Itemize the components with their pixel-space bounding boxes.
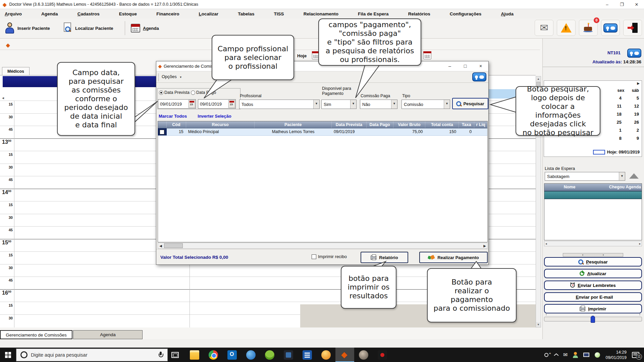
sidebar-action-button[interactable]: Imprimir xyxy=(544,304,642,313)
taskbar-app[interactable] xyxy=(204,348,223,362)
column-header[interactable]: Cód xyxy=(167,121,186,128)
calendar-next-arrow[interactable]: ▶ xyxy=(637,81,640,85)
taskbar-app[interactable] xyxy=(335,348,354,362)
radio-data-pago[interactable]: Data Pago xyxy=(191,90,216,95)
calendar-day[interactable]: 11 xyxy=(613,104,622,112)
date-picker-icon[interactable] xyxy=(228,100,235,108)
window-maximize-button[interactable]: ❐ xyxy=(614,0,629,9)
column-header[interactable]: Data Pago xyxy=(367,121,393,128)
menu-item[interactable]: Estoque xyxy=(119,11,137,16)
sidebar-action-button[interactable]: Atualizar xyxy=(544,269,642,278)
print-receipt-checkbox[interactable]: Imprimir recibo xyxy=(312,254,347,259)
commission-paid-select[interactable]: Não▼ xyxy=(360,100,397,109)
birthdays-button[interactable]: 0 xyxy=(579,20,598,36)
task-view-button[interactable] xyxy=(168,348,182,362)
window-close-button[interactable]: ✕ xyxy=(629,0,644,9)
calendar-day[interactable]: 18 xyxy=(613,112,622,120)
agenda-button[interactable]: Agenda xyxy=(128,20,162,36)
calendar-day[interactable]: 4 xyxy=(613,96,622,104)
start-button[interactable] xyxy=(0,348,16,362)
calendar-day[interactable]: 8 xyxy=(613,136,622,144)
taskbar-app[interactable] xyxy=(373,348,392,362)
sidebar-action-button[interactable]: Pesquisar xyxy=(544,257,642,266)
app-sphere-tray-icon[interactable] xyxy=(595,352,600,358)
calendar-day[interactable]: 5 xyxy=(630,96,639,104)
pay-button[interactable]: Realizar Pagamento xyxy=(420,252,487,263)
insert-patient-button[interactable]: Inserir Paciente xyxy=(2,20,53,36)
tab-gerenciamento-comissoes[interactable]: Gerenciamento de Comissões xyxy=(0,330,72,339)
menu-item[interactable]: Cadastros xyxy=(77,11,100,16)
column-header[interactable]: Valor Bruto xyxy=(393,121,426,128)
waitlist-select[interactable]: Sabotagem ▼ xyxy=(545,172,625,181)
sidebar-action-button[interactable]: Enviar por E-mail xyxy=(544,292,642,302)
menu-item[interactable]: Fila de Espera xyxy=(358,11,389,16)
row-checkbox[interactable] xyxy=(158,128,167,135)
opcoes-menu[interactable]: Opções▼ xyxy=(162,74,182,79)
alerts-button[interactable] xyxy=(557,20,576,36)
mail-tray-icon[interactable]: ✉ xyxy=(563,352,568,358)
column-header[interactable]: Data Prevista xyxy=(332,121,367,128)
start-date-field[interactable]: 09/01/2019 xyxy=(158,99,196,109)
display-tray-icon[interactable] xyxy=(583,353,589,357)
sidebar-action-button[interactable]: Enviar Lembretes xyxy=(544,281,642,290)
calendar-day[interactable]: 1 xyxy=(613,128,622,136)
waitlist-col-chegou[interactable]: Chegou Agenda xyxy=(595,184,642,191)
dialog-chat-icon[interactable] xyxy=(472,72,486,81)
waitlist-selected-row[interactable] xyxy=(544,191,642,199)
chevron-up-icon[interactable] xyxy=(554,353,558,357)
dialog-maximize-button[interactable]: □ xyxy=(458,61,473,71)
waitlist-horizontal-scrollbar[interactable]: ◂▸ xyxy=(544,241,642,246)
dialog-minimize-button[interactable]: – xyxy=(442,61,458,71)
people-tray-icon[interactable] xyxy=(544,353,548,357)
taskbar-app[interactable] xyxy=(185,348,204,362)
previous-arrow[interactable]: ◂ xyxy=(2,96,9,101)
column-header[interactable]: r Liq xyxy=(474,121,487,128)
report-button[interactable]: Relatório xyxy=(361,252,408,263)
calendar-day[interactable]: 2 xyxy=(630,128,639,136)
column-header[interactable]: Paciente xyxy=(255,121,332,128)
zoom-slider[interactable] xyxy=(544,317,642,321)
microphone-icon[interactable] xyxy=(159,352,163,358)
action-center-icon[interactable]: 11 xyxy=(632,352,639,358)
menu-item[interactable]: Relatórios xyxy=(408,11,430,16)
calendar-day[interactable]: 26 xyxy=(630,120,639,128)
taskbar-app[interactable] xyxy=(317,348,335,362)
column-header[interactable]: Taxa xyxy=(459,121,474,128)
table-row[interactable]: 15 Médico Principal Matheus Lemos Torres… xyxy=(158,128,487,136)
taskbar-app[interactable] xyxy=(260,348,279,362)
find-patient-button[interactable]: Localizar Paciente xyxy=(60,20,116,36)
end-date-field[interactable]: 09/01/2019 xyxy=(198,99,236,109)
taskbar-clock[interactable]: 14:29 09/01/2019 xyxy=(605,350,627,360)
search-button[interactable]: Pesquisar xyxy=(452,98,488,109)
medicos-tab[interactable]: Médicos xyxy=(2,67,30,75)
taskbar-app[interactable] xyxy=(279,348,298,362)
type-select[interactable]: Comissão▼ xyxy=(401,100,450,109)
taskbar-app[interactable] xyxy=(223,348,241,362)
taskbar-app[interactable] xyxy=(354,348,373,362)
window-minimize-button[interactable]: – xyxy=(600,0,614,9)
table-horizontal-scrollbar[interactable]: ◀▶ xyxy=(158,243,488,249)
menu-item[interactable]: Agenda xyxy=(41,11,58,16)
professional-select[interactable]: Todos▼ xyxy=(239,100,320,109)
taskbar-app[interactable] xyxy=(241,348,260,362)
menu-item[interactable]: Localizar xyxy=(199,11,219,16)
calendar-day[interactable]: 12 xyxy=(630,104,639,112)
taskbar-app[interactable] xyxy=(298,348,317,362)
station-chat-icon[interactable] xyxy=(627,49,641,58)
taskbar-search[interactable] xyxy=(16,349,168,361)
today-button[interactable]: Hoje xyxy=(297,53,307,58)
menu-item[interactable]: Financeiro xyxy=(156,11,179,16)
tab-agenda[interactable]: Agenda xyxy=(73,330,143,339)
menu-item[interactable]: Relacionamento xyxy=(304,11,338,16)
menu-item[interactable]: Configurações xyxy=(450,11,482,16)
calendar-day[interactable]: 9 xyxy=(630,136,639,144)
dialog-close-button[interactable]: × xyxy=(473,61,488,71)
waitlist-col-nome[interactable]: Nome xyxy=(544,184,595,191)
calendar-day[interactable]: 25 xyxy=(613,120,622,128)
invert-selection-link[interactable]: Inverter Seleção xyxy=(198,114,231,119)
menu-item[interactable]: Arquivo xyxy=(5,11,22,16)
menu-item[interactable]: Tabelas xyxy=(238,11,254,16)
calendar-day[interactable]: 19 xyxy=(630,112,639,120)
date-picker-icon[interactable] xyxy=(189,100,195,108)
search-input[interactable] xyxy=(31,352,159,358)
